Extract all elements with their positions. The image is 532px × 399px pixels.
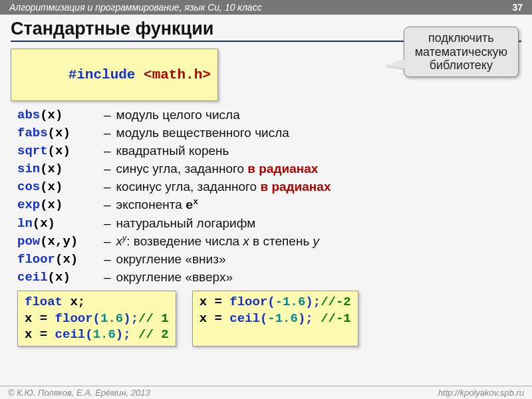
callout-box: подключить математическую библиотеку — [404, 27, 519, 77]
func-ceil: ceil(x)–округление «вверх» — [17, 269, 521, 287]
slide-content: Стандартные функции #include <math.h> по… — [0, 15, 532, 346]
func-abs: abs(x)–модуль целого числа — [17, 106, 521, 124]
include-header: <math.h> — [144, 67, 211, 82]
function-list: abs(x)–модуль целого числа fabs(x)–модул… — [17, 106, 521, 287]
callout-line: библиотеку — [415, 59, 507, 72]
example-box-2: x = floor(-1.6);//-2 x = ceil(-1.6); //-… — [192, 291, 358, 346]
func-pow: pow(x,y)–xy: возведение числа x в степен… — [17, 233, 521, 251]
page-number: 37 — [512, 2, 523, 13]
include-directive: #include — [68, 67, 136, 82]
func-ln: ln(x)–натуральный логарифм — [17, 215, 521, 233]
example-row: float x; x = floor(1.6);// 1 x = ceil(1.… — [17, 291, 521, 346]
func-sin: sin(x)–синус угла, заданного в радианах — [17, 160, 521, 178]
func-fabs: fabs(x)–модуль вещественного числа — [17, 124, 521, 142]
footer-url: http://kpolyakov.spb.ru — [438, 388, 524, 398]
include-codebox: #include <math.h> — [11, 49, 218, 101]
copyright: © К.Ю. Поляков, Е.А. Ерёмин, 2013 — [8, 388, 150, 398]
func-floor: floor(x)–округление «вниз» — [17, 251, 521, 269]
func-sqrt: sqrt(x)–квадратный корень — [17, 142, 521, 160]
footer: © К.Ю. Поляков, Е.А. Ерёмин, 2013 http:/… — [0, 386, 532, 399]
func-exp: exp(x)–экспонента ex — [17, 196, 521, 215]
top-bar: Алгоритмизация и программирование, язык … — [0, 0, 532, 15]
course-title: Алгоритмизация и программирование, язык … — [9, 2, 262, 13]
callout-line: подключить — [415, 31, 507, 45]
example-box-1: float x; x = floor(1.6);// 1 x = ceil(1.… — [17, 291, 176, 346]
func-cos: cos(x)–косинус угла, заданного в радиана… — [17, 178, 521, 196]
callout-line: математическую — [415, 45, 507, 59]
